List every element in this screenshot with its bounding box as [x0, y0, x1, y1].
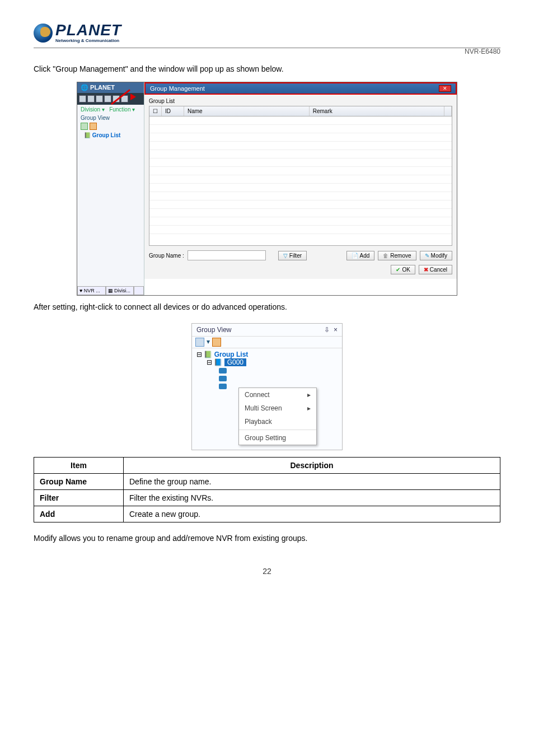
tree-cam[interactable] [219, 366, 338, 374]
row-groupname-item: Group Name [34, 474, 124, 490]
col-id[interactable]: ID [162, 106, 184, 116]
ctx-close-icon[interactable]: × [334, 326, 338, 334]
menu-row[interactable]: Division ▾ Function ▾ [77, 105, 144, 114]
dropdown-icon[interactable]: ▾ [207, 338, 210, 347]
callout-arrowhead [130, 94, 136, 100]
add-button[interactable]: 📄Add [346, 251, 375, 260]
layout-icon[interactable] [79, 95, 86, 102]
manage-icon[interactable] [212, 338, 221, 347]
camera-icon [219, 368, 227, 374]
sidebar-group-list[interactable]: 📗 Group List [77, 131, 144, 139]
ok-button[interactable]: ✔OK [391, 265, 415, 274]
menu-multiscreen[interactable]: Multi Screen▸ [239, 402, 316, 415]
sidebar-tabs[interactable]: ♥ NVR ... ▦ Divisi... [77, 286, 144, 295]
menu-connect[interactable]: Connect▸ [239, 388, 316, 402]
ctx-title: Group View [196, 326, 231, 334]
model-code: NVR-E6480 [34, 48, 500, 55]
th-desc: Description [124, 458, 500, 474]
intro-text: Click "Group Management" and the window … [34, 63, 500, 75]
brand-name: PLANET [55, 22, 121, 38]
group-name-input[interactable] [188, 250, 266, 260]
camera-icon [219, 376, 227, 381]
table-rows [149, 116, 452, 234]
group-list-table[interactable]: ☐ ID Name Remark [149, 106, 452, 246]
pin-icon[interactable]: ⇩ [324, 326, 330, 334]
brand-tagline: Networking & Communication [55, 38, 121, 43]
col-end [444, 106, 452, 116]
filter-button[interactable]: ▽Filter [278, 251, 307, 260]
layout-icon[interactable] [87, 95, 95, 102]
layout-icon[interactable] [96, 95, 103, 102]
tree-icon[interactable] [195, 338, 204, 347]
layout-icon[interactable] [104, 95, 111, 102]
menu-playback[interactable]: Playback [239, 415, 316, 428]
th-item: Item [34, 458, 124, 474]
dialog-titlebar: Group Management ✕ [144, 82, 457, 95]
remove-button[interactable]: 🗑Remove [378, 251, 416, 260]
group-view-icons[interactable] [77, 122, 144, 131]
page-number: 22 [34, 567, 500, 576]
row-filter-desc: Filter the existing NVRs. [124, 490, 500, 506]
row-groupname-desc: Define the group name. [124, 474, 500, 490]
left-brand: 🌐 PLANET [77, 82, 144, 93]
chevron-right-icon: ▸ [307, 404, 311, 412]
chevron-right-icon: ▸ [307, 391, 311, 399]
row-add-item: Add [34, 506, 124, 522]
group-view-label: Group View [77, 114, 144, 122]
group-management-screenshot: 🌐 PLANET Division ▾ Function ▾ Group Vie… [77, 82, 457, 296]
row-add-desc: Create a new group. [124, 506, 500, 522]
description-table: Item Description Group Name Define the g… [34, 457, 500, 522]
group-name-label: Group Name : [149, 253, 184, 259]
dialog-title: Group Management [150, 85, 205, 92]
col-remark[interactable]: Remark [310, 106, 444, 116]
group-list-label: Group List [149, 98, 452, 104]
tree-root[interactable]: ⊟ 📗 Group List [196, 351, 338, 358]
tree-cam[interactable] [219, 374, 338, 382]
after-text: After setting, right-click to connect al… [34, 301, 500, 313]
tab-divisi[interactable]: ▦ Divisi... [106, 286, 134, 295]
tab-extra[interactable] [134, 286, 144, 295]
globe-icon [34, 24, 53, 43]
cancel-button[interactable]: ✖Cancel [419, 265, 452, 274]
manage-icon[interactable] [90, 123, 97, 130]
tab-nvr[interactable]: ♥ NVR ... [77, 286, 106, 295]
row-filter-item: Filter [34, 490, 124, 506]
modify-text: Modify allows you to rename group and ad… [34, 533, 500, 544]
context-menu[interactable]: Connect▸ Multi Screen▸ Playback Group Se… [238, 388, 317, 445]
brand-logo: PLANET Networking & Communication [34, 22, 121, 43]
context-screenshot: Group View ⇩ × ▾ ⊟ 📗 Group List ⊟ 📘 G000… [191, 323, 343, 450]
col-name[interactable]: Name [184, 106, 310, 116]
camera-icon [219, 384, 227, 389]
modify-button[interactable]: ✎Modify [420, 251, 452, 260]
close-icon[interactable]: ✕ [439, 85, 451, 92]
tree-group[interactable]: ⊟ 📘 G000 [207, 358, 338, 366]
tree-icon[interactable] [81, 123, 88, 130]
menu-group-setting[interactable]: Group Setting [239, 431, 316, 445]
col-check[interactable]: ☐ [149, 106, 162, 116]
